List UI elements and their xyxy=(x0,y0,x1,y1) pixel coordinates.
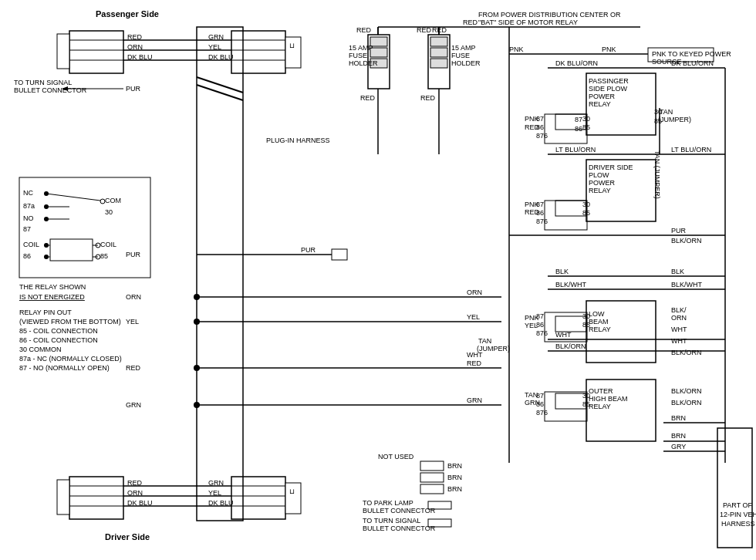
svg-text:30: 30 xyxy=(582,115,590,123)
svg-text:PLOW: PLOW xyxy=(589,171,609,179)
svg-text:BRN: BRN xyxy=(671,414,686,422)
svg-rect-59 xyxy=(430,37,447,46)
svg-text:87 - NO (NORMALLY OPEN): 87 - NO (NORMALLY OPEN) xyxy=(19,364,110,372)
svg-point-118 xyxy=(194,294,200,300)
svg-text:85: 85 xyxy=(582,321,590,329)
svg-text:DK BLU/ORN: DK BLU/ORN xyxy=(671,59,714,67)
svg-text:LOW: LOW xyxy=(589,310,605,318)
svg-rect-40 xyxy=(50,239,93,261)
svg-text:COIL: COIL xyxy=(100,241,116,248)
svg-text:GRN: GRN xyxy=(467,396,482,404)
svg-text:(VIEWED FROM THE BOTTOM): (VIEWED FROM THE BOTTOM) xyxy=(19,318,121,326)
driver-side-label: Driver Side xyxy=(105,532,150,541)
svg-point-156 xyxy=(194,402,200,408)
svg-text:WHT: WHT xyxy=(671,326,687,333)
svg-text:GRN: GRN xyxy=(126,401,141,409)
svg-text:HARNESS: HARNESS xyxy=(721,520,755,528)
svg-text:YEL: YEL xyxy=(467,313,480,321)
svg-rect-216 xyxy=(545,392,587,421)
svg-text:HIGH BEAM: HIGH BEAM xyxy=(589,395,628,403)
svg-text:BLK/WHT: BLK/WHT xyxy=(555,281,587,288)
svg-text:TAN (JUMPER): TAN (JUMPER) xyxy=(653,150,661,199)
svg-text:OUTER: OUTER xyxy=(589,387,613,395)
svg-text:87: 87 xyxy=(536,201,544,208)
svg-text:RELAY: RELAY xyxy=(589,326,611,333)
svg-text:ORN: ORN xyxy=(467,288,482,296)
svg-text:BEAM: BEAM xyxy=(589,318,609,326)
svg-text:BLK/: BLK/ xyxy=(671,306,687,314)
svg-text:PNK: PNK xyxy=(509,46,524,53)
svg-text:WHT: WHT xyxy=(555,331,572,339)
svg-text:86: 86 xyxy=(536,123,544,131)
svg-text:30: 30 xyxy=(105,208,113,216)
svg-text:876: 876 xyxy=(536,329,548,337)
svg-text:RELAY: RELAY xyxy=(589,100,611,108)
svg-text:RED: RED xyxy=(356,26,372,34)
svg-text:87a: 87a xyxy=(23,202,35,210)
passenger-connector xyxy=(69,31,123,73)
relay-note-2: IS NOT ENERGIZED xyxy=(19,293,85,301)
passenger-side-label: Passenger Side xyxy=(96,9,159,19)
svg-rect-15 xyxy=(197,27,243,521)
svg-text:BRN: BRN xyxy=(447,485,462,493)
svg-text:TAN: TAN xyxy=(660,108,673,116)
svg-text:87: 87 xyxy=(23,225,31,233)
svg-text:15 AMP: 15 AMP xyxy=(349,44,373,52)
keyed-power-label: PNK TO KEYED POWER xyxy=(652,50,731,58)
svg-text:30: 30 xyxy=(582,312,590,320)
svg-text:86: 86 xyxy=(536,321,544,329)
svg-text:BULLET CONNECTOR: BULLET CONNECTOR xyxy=(363,507,436,514)
from-power-dist-label2: "BAT" SIDE OF MOTOR RELAY xyxy=(478,19,578,26)
svg-text:30 COMMON: 30 COMMON xyxy=(19,346,62,353)
svg-rect-122 xyxy=(555,316,586,332)
svg-rect-172 xyxy=(420,461,444,471)
svg-rect-99 xyxy=(555,201,586,216)
svg-text:HOLDER: HOLDER xyxy=(451,59,481,67)
svg-rect-61 xyxy=(430,59,447,68)
svg-rect-174 xyxy=(420,484,444,494)
svg-text:WHT: WHT xyxy=(467,351,483,359)
svg-text:BRN: BRN xyxy=(447,462,462,470)
svg-rect-3 xyxy=(57,34,69,69)
svg-text:RED: RED xyxy=(126,364,141,372)
svg-text:NOT USED: NOT USED xyxy=(378,453,414,460)
svg-text:87: 87 xyxy=(536,115,544,123)
svg-text:DK BLU/ORN: DK BLU/ORN xyxy=(555,59,598,67)
svg-text:HOLDER: HOLDER xyxy=(349,59,378,67)
svg-text:86 - COIL CONNECTION: 86 - COIL CONNECTION xyxy=(19,336,98,344)
svg-text:(JUMPER): (JUMPER) xyxy=(658,116,691,123)
svg-rect-148 xyxy=(555,393,586,409)
svg-text:87: 87 xyxy=(536,312,544,320)
svg-text:85 - COIL CONNECTION: 85 - COIL CONNECTION xyxy=(19,327,98,335)
plug-in-harness-label: PLUG-IN HARNESS xyxy=(266,137,330,144)
svg-text:PUR: PUR xyxy=(671,227,687,234)
svg-text:85: 85 xyxy=(100,252,108,260)
svg-line-23 xyxy=(46,194,100,201)
svg-rect-173 xyxy=(420,473,444,482)
svg-text:86: 86 xyxy=(23,252,31,260)
turn-signal-label: TO TURN SIGNAL xyxy=(14,79,72,86)
svg-text:BRN: BRN xyxy=(447,474,462,481)
svg-text:POWER: POWER xyxy=(589,93,616,100)
svg-text:12-PIN VEHICLE: 12-PIN VEHICLE xyxy=(720,511,756,518)
svg-text:RED: RED xyxy=(467,359,482,367)
svg-text:BLK: BLK xyxy=(555,268,569,275)
svg-text:876: 876 xyxy=(536,132,548,140)
svg-text:PASSINGER: PASSINGER xyxy=(589,77,629,85)
svg-line-17 xyxy=(197,85,243,100)
svg-text:BLK/ORN: BLK/ORN xyxy=(671,237,702,245)
svg-text:RED: RED xyxy=(463,19,478,26)
svg-text:86: 86 xyxy=(536,400,544,408)
svg-text:NO: NO xyxy=(23,214,34,222)
svg-text:BULLET CONNECTOR: BULLET CONNECTOR xyxy=(363,525,436,532)
svg-text:PUR: PUR xyxy=(126,251,141,258)
svg-text:15 AMP: 15 AMP xyxy=(451,44,476,52)
svg-point-144 xyxy=(194,365,200,371)
svg-text:DRIVER SIDE: DRIVER SIDE xyxy=(589,164,633,171)
svg-point-26 xyxy=(100,199,105,204)
svg-text:⊔: ⊔ xyxy=(289,42,295,49)
svg-text:RELAY: RELAY xyxy=(589,403,611,410)
svg-text:COM: COM xyxy=(105,197,121,204)
svg-text:30: 30 xyxy=(582,201,590,208)
svg-rect-204 xyxy=(545,201,587,230)
